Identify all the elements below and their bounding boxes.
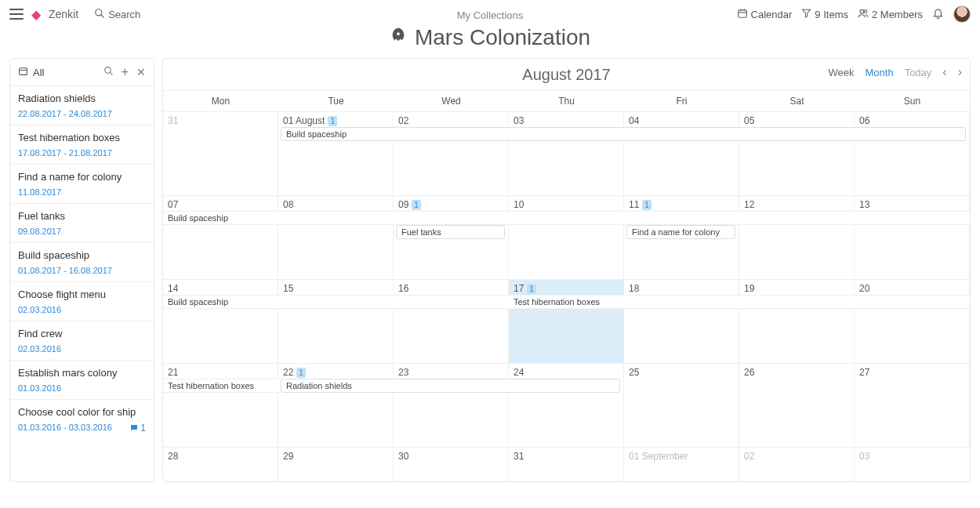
day-cell[interactable]: 05 [739, 111, 855, 195]
date-label: 091 [398, 199, 421, 210]
day-cell[interactable]: 30 [394, 447, 509, 481]
comment-count[interactable]: 1 [129, 423, 146, 434]
day-cell[interactable]: 221 [278, 363, 394, 447]
date-label: 19 [744, 283, 754, 294]
sidebar-search-icon[interactable] [103, 66, 114, 78]
date-label: 28 [168, 451, 178, 462]
day-cell[interactable]: 171 [509, 279, 624, 363]
day-cell[interactable]: 01 September [624, 447, 739, 481]
sidebar-item[interactable]: Find a name for colony11.08.2017 [10, 165, 154, 204]
day-cell[interactable]: 10 [509, 195, 624, 279]
calendar-event[interactable]: Build spaceship [281, 127, 966, 141]
svg-line-1 [101, 14, 104, 17]
sidebar-add-icon[interactable]: + [122, 65, 129, 79]
day-cell[interactable]: 31 [509, 447, 624, 481]
date-label: 02 [744, 451, 754, 462]
day-cell[interactable]: 06 [855, 111, 970, 195]
date-label: 08 [283, 199, 293, 210]
members-count[interactable]: 2 Members [858, 8, 923, 21]
day-cell[interactable]: 13 [855, 195, 970, 279]
day-cell[interactable]: 28 [163, 447, 278, 481]
day-cell[interactable]: 25 [624, 363, 739, 447]
sidebar-item[interactable]: Choose cool color for ship01.03.2016 - 0… [10, 400, 154, 438]
date-label: 12 [744, 199, 754, 210]
day-cell[interactable]: 12 [739, 195, 855, 279]
view-calendar-button[interactable]: Calendar [737, 8, 793, 21]
svg-rect-2 [738, 9, 746, 16]
day-cell[interactable]: 07 [163, 195, 278, 279]
day-cell[interactable]: 20 [855, 279, 970, 363]
view-week[interactable]: Week [829, 67, 855, 78]
day-cell[interactable]: 23 [394, 363, 509, 447]
day-cell[interactable]: 04 [624, 111, 739, 195]
sidebar-item-title: Choose cool color for ship [18, 406, 146, 418]
day-header: Mon [163, 91, 278, 111]
filter-icon [801, 8, 811, 20]
day-cell[interactable]: 21 [163, 363, 278, 447]
sidebar-item[interactable]: Build spaceship01.08.2017 - 16.08.2017 [10, 243, 154, 282]
day-cell[interactable]: 26 [739, 363, 855, 447]
rocket-icon [390, 27, 407, 49]
day-cell[interactable]: 31 [163, 111, 278, 195]
day-cell[interactable]: 08 [278, 195, 394, 279]
search-button[interactable]: Search [94, 8, 140, 21]
next-icon[interactable]: › [958, 65, 962, 79]
day-cell[interactable]: 03 [855, 447, 970, 481]
sidebar-item-date: 22.08.2017 - 24.08.2017 [18, 109, 146, 118]
day-cell[interactable]: 18 [624, 279, 739, 363]
day-cell[interactable]: 03 [509, 111, 624, 195]
sidebar: All + ✕ Radiation shields22.08.2017 - 24… [9, 58, 154, 482]
calendar-week: 3101 August10203040506Build spaceship [163, 111, 970, 195]
day-cell[interactable]: 19 [739, 279, 855, 363]
avatar[interactable] [953, 5, 971, 23]
day-cell[interactable]: 02 [394, 111, 509, 195]
day-cell[interactable]: 24 [509, 363, 624, 447]
view-month[interactable]: Month [866, 67, 894, 78]
hamburger-icon[interactable] [9, 9, 24, 20]
calendar-event[interactable]: Find a name for colony [626, 225, 735, 239]
date-label: 04 [629, 115, 639, 126]
sidebar-item-date: 11.08.2017 [18, 187, 146, 197]
sidebar-item[interactable]: Choose flight menu02.03.2016 [10, 282, 154, 321]
sidebar-close-icon[interactable]: ✕ [136, 66, 146, 78]
date-label: 02 [398, 115, 408, 126]
calendar-event[interactable]: Build spaceship [163, 295, 509, 309]
page-title: Mars Colonization [415, 25, 590, 50]
sidebar-item-title: Radiation shields [18, 93, 146, 104]
sidebar-item[interactable]: Radiation shields22.08.2017 - 24.08.2017 [10, 86, 154, 125]
members-icon [858, 8, 869, 21]
date-badge: 1 [642, 200, 652, 210]
day-cell[interactable]: 15 [278, 279, 394, 363]
calendar-event[interactable]: Fuel tanks [396, 225, 505, 239]
day-cell[interactable]: 16 [394, 279, 509, 363]
day-cell[interactable]: 01 August1 [278, 111, 394, 195]
svg-point-8 [864, 9, 867, 12]
calendar-event[interactable]: Build spaceship [163, 211, 970, 225]
calendar-event[interactable]: Test hibernation boxes [509, 295, 970, 309]
calendar-week: 212212324252627Test hibernation boxesRad… [163, 363, 970, 447]
sidebar-item[interactable]: Fuel tanks09.08.2017 [10, 204, 154, 243]
sidebar-item[interactable]: Establish mars colony01.03.2016 [10, 361, 154, 400]
day-header: Sat [739, 91, 855, 111]
search-icon [94, 8, 105, 21]
calendar-event[interactable]: Radiation shields [281, 379, 620, 393]
date-label: 21 [168, 367, 178, 378]
date-label: 111 [629, 199, 652, 210]
breadcrumb[interactable]: My Collections [457, 9, 524, 21]
prev-icon[interactable]: ‹ [942, 65, 946, 79]
day-cell[interactable]: 14 [163, 279, 278, 363]
sidebar-all-label[interactable]: All [33, 67, 44, 78]
day-cell[interactable]: 29 [278, 447, 394, 481]
items-count[interactable]: 9 Items [801, 8, 848, 20]
day-cell[interactable]: 02 [739, 447, 855, 481]
day-cell[interactable]: 27 [855, 363, 970, 447]
sidebar-item[interactable]: Find crew02.03.2016 [10, 321, 154, 361]
calendar-event[interactable]: Test hibernation boxes [163, 379, 278, 393]
calendar-small-icon [737, 8, 748, 21]
date-label: 01 August1 [283, 115, 337, 126]
today-button[interactable]: Today [905, 67, 932, 78]
bell-icon[interactable] [932, 7, 944, 21]
date-label: 31 [514, 451, 524, 462]
sidebar-item[interactable]: Test hibernation boxes17.08.2017 - 21.08… [10, 125, 154, 165]
date-label: 23 [398, 367, 408, 378]
